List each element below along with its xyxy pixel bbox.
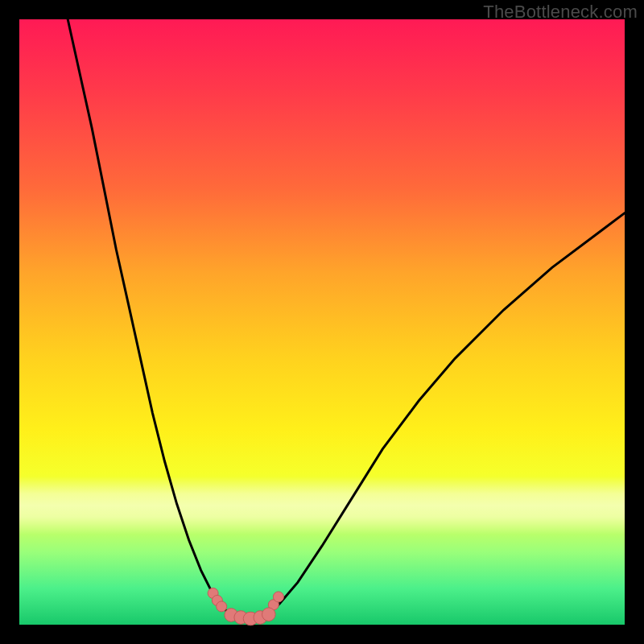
marker-group xyxy=(208,588,283,625)
curve-group xyxy=(68,19,625,619)
marker-dot xyxy=(217,601,227,612)
chart-svg xyxy=(19,19,625,625)
marker-dot xyxy=(273,592,283,602)
marker-lobe xyxy=(262,608,276,621)
bottleneck-curve xyxy=(68,19,625,619)
